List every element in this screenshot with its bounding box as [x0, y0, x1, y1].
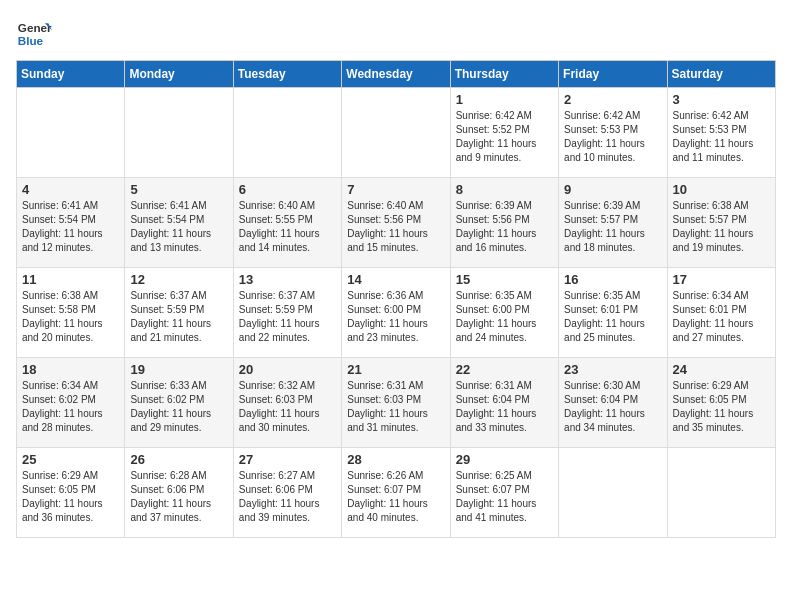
day-number: 18: [22, 362, 119, 377]
day-info: Sunrise: 6:27 AM Sunset: 6:06 PM Dayligh…: [239, 469, 336, 525]
day-number: 14: [347, 272, 444, 287]
logo-icon: General Blue: [16, 16, 52, 52]
header: General Blue: [16, 16, 776, 52]
calendar-cell: [17, 88, 125, 178]
day-info: Sunrise: 6:30 AM Sunset: 6:04 PM Dayligh…: [564, 379, 661, 435]
calendar-cell: 21Sunrise: 6:31 AM Sunset: 6:03 PM Dayli…: [342, 358, 450, 448]
calendar-cell: 25Sunrise: 6:29 AM Sunset: 6:05 PM Dayli…: [17, 448, 125, 538]
day-info: Sunrise: 6:35 AM Sunset: 6:01 PM Dayligh…: [564, 289, 661, 345]
calendar-cell: [342, 88, 450, 178]
calendar-cell: 13Sunrise: 6:37 AM Sunset: 5:59 PM Dayli…: [233, 268, 341, 358]
calendar-cell: 29Sunrise: 6:25 AM Sunset: 6:07 PM Dayli…: [450, 448, 558, 538]
day-info: Sunrise: 6:38 AM Sunset: 5:58 PM Dayligh…: [22, 289, 119, 345]
day-number: 9: [564, 182, 661, 197]
day-number: 7: [347, 182, 444, 197]
calendar-week-row: 1Sunrise: 6:42 AM Sunset: 5:52 PM Daylig…: [17, 88, 776, 178]
day-number: 15: [456, 272, 553, 287]
day-number: 12: [130, 272, 227, 287]
day-info: Sunrise: 6:25 AM Sunset: 6:07 PM Dayligh…: [456, 469, 553, 525]
calendar-cell: [125, 88, 233, 178]
calendar-cell: 22Sunrise: 6:31 AM Sunset: 6:04 PM Dayli…: [450, 358, 558, 448]
day-info: Sunrise: 6:31 AM Sunset: 6:04 PM Dayligh…: [456, 379, 553, 435]
header-wednesday: Wednesday: [342, 61, 450, 88]
calendar-cell: 26Sunrise: 6:28 AM Sunset: 6:06 PM Dayli…: [125, 448, 233, 538]
calendar-cell: 18Sunrise: 6:34 AM Sunset: 6:02 PM Dayli…: [17, 358, 125, 448]
day-number: 2: [564, 92, 661, 107]
day-number: 29: [456, 452, 553, 467]
calendar-cell: 23Sunrise: 6:30 AM Sunset: 6:04 PM Dayli…: [559, 358, 667, 448]
day-info: Sunrise: 6:29 AM Sunset: 6:05 PM Dayligh…: [673, 379, 770, 435]
calendar-cell: 2Sunrise: 6:42 AM Sunset: 5:53 PM Daylig…: [559, 88, 667, 178]
calendar-cell: 28Sunrise: 6:26 AM Sunset: 6:07 PM Dayli…: [342, 448, 450, 538]
calendar-table: Sunday Monday Tuesday Wednesday Thursday…: [16, 60, 776, 538]
calendar-cell: 20Sunrise: 6:32 AM Sunset: 6:03 PM Dayli…: [233, 358, 341, 448]
day-number: 17: [673, 272, 770, 287]
calendar-cell: 27Sunrise: 6:27 AM Sunset: 6:06 PM Dayli…: [233, 448, 341, 538]
day-number: 11: [22, 272, 119, 287]
day-number: 1: [456, 92, 553, 107]
header-tuesday: Tuesday: [233, 61, 341, 88]
day-info: Sunrise: 6:42 AM Sunset: 5:53 PM Dayligh…: [564, 109, 661, 165]
day-info: Sunrise: 6:31 AM Sunset: 6:03 PM Dayligh…: [347, 379, 444, 435]
day-number: 26: [130, 452, 227, 467]
day-number: 4: [22, 182, 119, 197]
calendar-cell: [559, 448, 667, 538]
svg-text:General: General: [18, 21, 52, 34]
calendar-header-row: Sunday Monday Tuesday Wednesday Thursday…: [17, 61, 776, 88]
day-info: Sunrise: 6:40 AM Sunset: 5:55 PM Dayligh…: [239, 199, 336, 255]
calendar-week-row: 11Sunrise: 6:38 AM Sunset: 5:58 PM Dayli…: [17, 268, 776, 358]
day-number: 28: [347, 452, 444, 467]
calendar-cell: [233, 88, 341, 178]
day-number: 27: [239, 452, 336, 467]
day-number: 25: [22, 452, 119, 467]
day-info: Sunrise: 6:33 AM Sunset: 6:02 PM Dayligh…: [130, 379, 227, 435]
calendar-cell: 3Sunrise: 6:42 AM Sunset: 5:53 PM Daylig…: [667, 88, 775, 178]
day-number: 5: [130, 182, 227, 197]
day-number: 23: [564, 362, 661, 377]
calendar-cell: 9Sunrise: 6:39 AM Sunset: 5:57 PM Daylig…: [559, 178, 667, 268]
day-info: Sunrise: 6:37 AM Sunset: 5:59 PM Dayligh…: [239, 289, 336, 345]
calendar-cell: 17Sunrise: 6:34 AM Sunset: 6:01 PM Dayli…: [667, 268, 775, 358]
calendar-cell: 6Sunrise: 6:40 AM Sunset: 5:55 PM Daylig…: [233, 178, 341, 268]
day-info: Sunrise: 6:34 AM Sunset: 6:02 PM Dayligh…: [22, 379, 119, 435]
calendar-cell: [667, 448, 775, 538]
day-info: Sunrise: 6:35 AM Sunset: 6:00 PM Dayligh…: [456, 289, 553, 345]
day-number: 19: [130, 362, 227, 377]
calendar-cell: 11Sunrise: 6:38 AM Sunset: 5:58 PM Dayli…: [17, 268, 125, 358]
calendar-cell: 24Sunrise: 6:29 AM Sunset: 6:05 PM Dayli…: [667, 358, 775, 448]
calendar-cell: 1Sunrise: 6:42 AM Sunset: 5:52 PM Daylig…: [450, 88, 558, 178]
day-number: 20: [239, 362, 336, 377]
calendar-cell: 10Sunrise: 6:38 AM Sunset: 5:57 PM Dayli…: [667, 178, 775, 268]
logo: General Blue: [16, 16, 52, 52]
calendar-cell: 12Sunrise: 6:37 AM Sunset: 5:59 PM Dayli…: [125, 268, 233, 358]
calendar-cell: 15Sunrise: 6:35 AM Sunset: 6:00 PM Dayli…: [450, 268, 558, 358]
day-number: 24: [673, 362, 770, 377]
day-info: Sunrise: 6:26 AM Sunset: 6:07 PM Dayligh…: [347, 469, 444, 525]
svg-text:Blue: Blue: [18, 34, 44, 47]
calendar-cell: 14Sunrise: 6:36 AM Sunset: 6:00 PM Dayli…: [342, 268, 450, 358]
day-info: Sunrise: 6:42 AM Sunset: 5:53 PM Dayligh…: [673, 109, 770, 165]
day-info: Sunrise: 6:42 AM Sunset: 5:52 PM Dayligh…: [456, 109, 553, 165]
day-info: Sunrise: 6:41 AM Sunset: 5:54 PM Dayligh…: [130, 199, 227, 255]
day-info: Sunrise: 6:32 AM Sunset: 6:03 PM Dayligh…: [239, 379, 336, 435]
calendar-cell: 7Sunrise: 6:40 AM Sunset: 5:56 PM Daylig…: [342, 178, 450, 268]
day-info: Sunrise: 6:29 AM Sunset: 6:05 PM Dayligh…: [22, 469, 119, 525]
day-number: 8: [456, 182, 553, 197]
day-info: Sunrise: 6:41 AM Sunset: 5:54 PM Dayligh…: [22, 199, 119, 255]
calendar-cell: 4Sunrise: 6:41 AM Sunset: 5:54 PM Daylig…: [17, 178, 125, 268]
header-sunday: Sunday: [17, 61, 125, 88]
day-number: 3: [673, 92, 770, 107]
calendar-cell: 8Sunrise: 6:39 AM Sunset: 5:56 PM Daylig…: [450, 178, 558, 268]
calendar-week-row: 25Sunrise: 6:29 AM Sunset: 6:05 PM Dayli…: [17, 448, 776, 538]
day-number: 6: [239, 182, 336, 197]
day-info: Sunrise: 6:37 AM Sunset: 5:59 PM Dayligh…: [130, 289, 227, 345]
day-info: Sunrise: 6:40 AM Sunset: 5:56 PM Dayligh…: [347, 199, 444, 255]
header-thursday: Thursday: [450, 61, 558, 88]
day-number: 13: [239, 272, 336, 287]
day-number: 16: [564, 272, 661, 287]
day-number: 21: [347, 362, 444, 377]
day-info: Sunrise: 6:38 AM Sunset: 5:57 PM Dayligh…: [673, 199, 770, 255]
header-monday: Monday: [125, 61, 233, 88]
day-info: Sunrise: 6:28 AM Sunset: 6:06 PM Dayligh…: [130, 469, 227, 525]
calendar-week-row: 18Sunrise: 6:34 AM Sunset: 6:02 PM Dayli…: [17, 358, 776, 448]
